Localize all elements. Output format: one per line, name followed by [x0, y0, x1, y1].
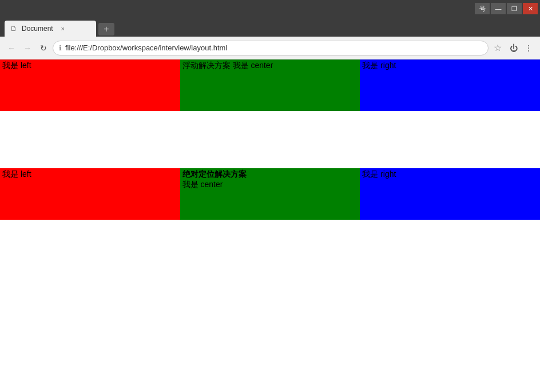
page-footer-space — [0, 220, 540, 334]
section-gap-1 — [0, 111, 540, 168]
title-bar: 号 — ❐ ✕ — [0, 0, 540, 17]
tab-title: Document — [22, 25, 53, 33]
title-bar-minimize-button[interactable]: — — [491, 3, 506, 14]
more-menu-button[interactable]: ⋮ — [522, 41, 535, 55]
browser-tab[interactable]: 🗋 Document × — [5, 21, 96, 37]
page-content: 我是 left 浮动解决方案 我是 center 我是 right 我是 lef… — [0, 60, 540, 392]
new-tab-button[interactable]: + — [98, 23, 114, 35]
title-bar-controls: 号 — ❐ ✕ — [475, 3, 538, 14]
forward-button[interactable]: → — [21, 41, 34, 55]
address-text: file:///E:/Dropbox/workspace/interview/l… — [65, 43, 482, 52]
title-bar-close-button[interactable]: ✕ — [523, 3, 538, 14]
bookmark-button[interactable]: ☆ — [491, 41, 505, 55]
tab-close-button[interactable]: × — [59, 25, 67, 33]
abs-center-label: 绝对定位解决方案 — [182, 169, 358, 180]
secure-icon: ℹ — [59, 44, 62, 52]
back-button[interactable]: ← — [5, 41, 18, 55]
float-layout-section: 我是 left 浮动解决方案 我是 center 我是 right — [0, 60, 540, 111]
title-bar-extra-button[interactable]: 号 — [475, 3, 490, 14]
float-center-label: 浮动解决方案 — [182, 61, 231, 70]
float-right-text: 我是 right — [362, 61, 396, 70]
browser-window: 号 — ❐ ✕ 🗋 Document × + ← → ↻ ℹ file:///E… — [0, 0, 540, 392]
title-bar-restore-button[interactable]: ❐ — [507, 3, 522, 14]
abs-right-block: 我是 right — [360, 168, 540, 220]
float-center-block: 浮动解决方案 我是 center — [180, 60, 360, 111]
float-container: 我是 left 浮动解决方案 我是 center 我是 right — [0, 60, 540, 111]
float-left-text: 我是 left — [2, 61, 31, 70]
browser-menu-icons: ⏻ ⋮ — [507, 41, 535, 55]
absolute-layout-section: 我是 left 绝对定位解决方案 我是 center 我是 right — [0, 168, 540, 220]
float-right-block: 我是 right — [360, 60, 540, 111]
tab-page-icon: 🗋 — [10, 25, 18, 33]
float-center-text: 我是 center — [233, 61, 273, 70]
abs-center-text: 我是 center — [182, 180, 358, 190]
power-button[interactable]: ⏻ — [507, 41, 521, 55]
abs-right-text: 我是 right — [362, 169, 396, 179]
float-left-block: 我是 left — [0, 60, 180, 111]
abs-left-text: 我是 left — [2, 169, 31, 179]
abs-center-block: 绝对定位解决方案 我是 center — [180, 168, 360, 220]
tab-bar: 🗋 Document × + — [0, 17, 540, 37]
address-bar-row: ← → ↻ ℹ file:///E:/Dropbox/workspace/int… — [0, 37, 540, 60]
address-bar[interactable]: ℹ file:///E:/Dropbox/workspace/interview… — [53, 41, 489, 56]
abs-left-block: 我是 left — [0, 168, 180, 220]
refresh-button[interactable]: ↻ — [37, 41, 50, 55]
